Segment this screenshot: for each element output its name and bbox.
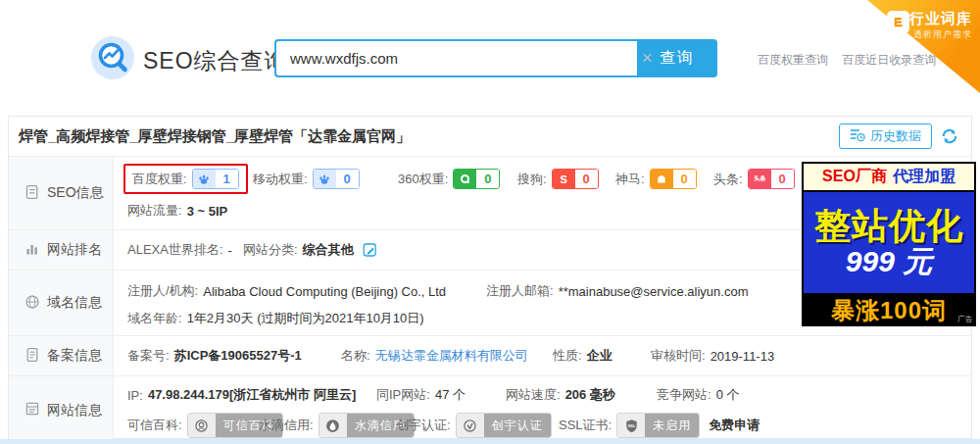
refresh-icon[interactable] — [940, 126, 959, 146]
row-label-rank-text: 网站排名 — [47, 241, 102, 259]
row-label-domain: 域名信息 — [9, 271, 114, 335]
history-data-button[interactable]: 历史数据 — [839, 123, 932, 149]
registrant-value: Alibaba Cloud Computing (Beijing) Co., L… — [203, 284, 446, 299]
ssl-label: SSL证书: — [559, 417, 612, 434]
row-site-info: 网站信息 IP: 47.98.244.179[浙江省杭州市 阿里云] 同IP网站… — [9, 375, 971, 444]
emblem-icon — [188, 414, 216, 437]
ad-tag: 广告 — [957, 314, 973, 324]
app-title: SEO综合查询 — [143, 46, 288, 76]
so360-weight-item: 360权重: 0 — [398, 169, 500, 189]
shenma-logo-icon — [651, 170, 673, 188]
competitor-label: 竞争网站: — [657, 386, 711, 404]
domain-age-item: 域名年龄: 1年2月30天 (过期时间为2021年10月10日) — [127, 310, 424, 327]
shuidi-item: 水滴信用: 水滴信用 — [259, 413, 415, 438]
header: SEO综合查询 × 查询 百度权重查询 百度近日收录查询 收录查询 行业词库 透… — [0, 0, 980, 116]
icp-company-link[interactable]: 无锡达霏金属材料有限公司 — [375, 347, 528, 365]
registrant-label: 注册人/机构: — [127, 282, 198, 300]
link-baidu-recent-index-query[interactable]: 百度近日收录查询 — [842, 53, 936, 67]
so360-logo-icon — [454, 170, 476, 188]
alexa-rank-label: ALEXA世界排名: — [127, 241, 223, 259]
sogou-weight-value: 0 — [575, 170, 598, 188]
mobile-weight-label: 移动权重: — [253, 171, 308, 188]
sogou-logo-icon: S — [553, 170, 575, 188]
alexa-rank-value: - — [228, 243, 232, 258]
icp-nature-item: 性质: 企业 — [553, 347, 612, 365]
site-category-item: 网站分类: 综合其他 — [243, 241, 378, 259]
v-check-icon — [457, 414, 484, 437]
mobile-weight-badge[interactable]: 0 — [313, 169, 360, 189]
ssl-badge[interactable]: SSL 未启用 — [616, 413, 700, 438]
svg-text:SSL: SSL — [627, 422, 635, 427]
ad-top-red-text: SEO厂商 — [822, 167, 887, 187]
baidu-weight-badge[interactable]: 1 — [192, 169, 239, 189]
bar-chart-icon — [24, 241, 40, 260]
ad-bottom-strip: 暴涨100词 广告 — [802, 295, 976, 326]
edit-category-icon[interactable] — [363, 242, 378, 258]
row-label-icp: 备案信息 — [9, 336, 114, 375]
ribbon-title: 行业词库 — [909, 10, 972, 28]
so360-weight-badge[interactable]: 0 — [453, 169, 500, 189]
toutiao-weight-item: 头条: 头条 0 — [713, 169, 795, 189]
competitor-item: 竞争网站: 0 个 — [657, 386, 739, 404]
app-logo-icon — [90, 35, 135, 80]
row-label-rank: 网站排名 — [9, 230, 114, 270]
baidu-weight-value: 1 — [216, 170, 238, 188]
baike-label: 可信百科: — [127, 417, 182, 434]
ssl-shield-icon: SSL — [617, 414, 645, 437]
icp-audit-value: 2019-11-13 — [710, 349, 775, 364]
seo-promo-ad[interactable]: SEO厂商 代理加盟 整站优化 999 元 暴涨100词 广告 — [802, 162, 976, 326]
row-label-site: 网站信息 — [9, 376, 114, 444]
registrant-email-label: 注册人邮箱: — [486, 282, 554, 300]
same-ip-label: 同IP网站: — [376, 386, 430, 404]
sogou-weight-badge[interactable]: S 0 — [552, 169, 599, 189]
chuangyu-badge-label: 创宇认证 — [484, 414, 551, 437]
ip-item: IP: 47.98.244.179[浙江省杭州市 阿里云] — [127, 386, 356, 404]
icp-audit-label: 审核时间: — [651, 347, 706, 365]
shenma-weight-value: 0 — [673, 170, 696, 188]
ip-value: 47.98.244.179[浙江省杭州市 阿里云] — [148, 386, 356, 404]
row-label-seo-text: SEO信息 — [47, 184, 104, 202]
ssl-apply-link[interactable]: 免费申请 — [709, 417, 760, 434]
chuangyu-badge[interactable]: 创宇认证 — [456, 413, 552, 438]
competitor-value: 0 个 — [716, 386, 740, 404]
icp-name-label: 名称: — [341, 347, 370, 365]
registrant-email-value: **mainabuse@service.aliyun.com — [559, 284, 749, 299]
ssl-item: SSL证书: SSL 未启用 免费申请 — [559, 413, 760, 438]
mobile-weight-value: 0 — [336, 170, 359, 188]
search-input[interactable] — [274, 39, 637, 77]
baidu-paw-icon — [193, 170, 216, 188]
droplet-icon — [319, 414, 347, 437]
site-traffic-label: 网站流量: — [127, 202, 182, 220]
history-icon — [850, 127, 865, 145]
registrant-email-item: 注册人邮箱: **mainabuse@service.aliyun.com — [486, 282, 748, 300]
site-speed-item: 网站速度: 206 毫秒 — [506, 386, 615, 404]
icp-name-item: 名称: 无锡达霏金属材料有限公司 — [341, 347, 528, 365]
ad-main-text: 整站优化 — [814, 208, 963, 246]
search-bar: × 查询 — [274, 39, 717, 77]
red-highlight-box: 百度权重: 1 — [123, 164, 248, 194]
site-speed-value: 206 毫秒 — [565, 386, 615, 404]
site-speed-label: 网站速度: — [506, 386, 561, 404]
baidu-paw-icon — [314, 170, 336, 188]
history-button-label: 历史数据 — [870, 127, 921, 145]
domain-age-label: 域名年龄: — [127, 310, 182, 327]
domain-age-value: 1年2月30天 (过期时间为2021年10月10日) — [187, 310, 424, 327]
clear-input-icon[interactable]: × — [642, 48, 653, 68]
shuidi-label: 水滴信用: — [259, 417, 314, 434]
page-title: 焊管_高频焊接管_厚壁焊接钢管_厚壁焊管「达霏金属官网」 — [19, 127, 411, 146]
site-category-value: 综合其他 — [303, 241, 354, 259]
site-category-label: 网站分类: — [243, 241, 298, 259]
chuangyu-label: 创宇认证: — [396, 417, 451, 434]
row-label-site-text: 网站信息 — [47, 402, 102, 419]
icp-number-value: 苏ICP备19065527号-1 — [174, 347, 302, 365]
link-baidu-weight-query[interactable]: 百度权重查询 — [758, 53, 828, 67]
shenma-weight-badge[interactable]: 0 — [650, 169, 697, 189]
same-ip-value: 47 个 — [435, 386, 466, 404]
sogou-weight-item: 搜狗: S 0 — [517, 169, 599, 189]
row-icp-info: 备案信息 备案号: 苏ICP备19065527号-1 名称: 无锡达霏金属材料有… — [9, 335, 971, 375]
toutiao-weight-badge[interactable]: 头条 0 — [748, 169, 795, 189]
icp-number-item: 备案号: 苏ICP备19065527号-1 — [127, 347, 302, 365]
so360-weight-value: 0 — [476, 170, 499, 188]
registrant-item: 注册人/机构: Alibaba Cloud Computing (Beijing… — [127, 282, 446, 300]
lexicon-book-icon — [887, 11, 909, 33]
